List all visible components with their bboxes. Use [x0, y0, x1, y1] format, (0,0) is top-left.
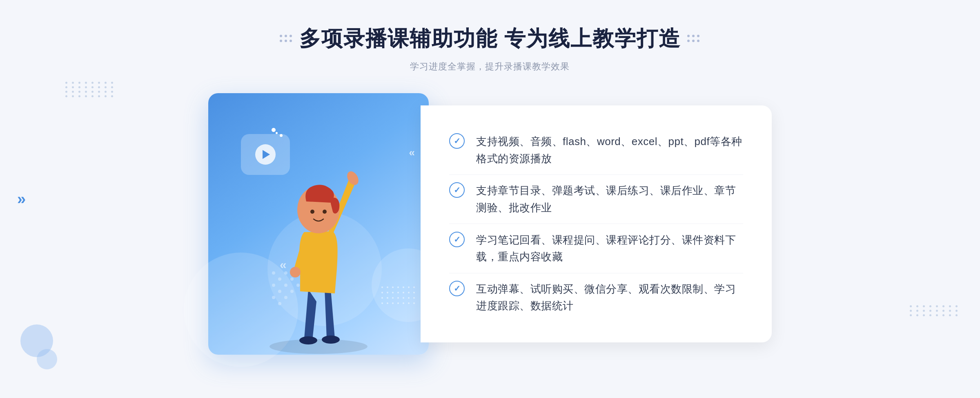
illu-dot — [403, 302, 404, 304]
illu-dot — [403, 286, 404, 288]
info-card: ✓ 支持视频、音频、flash、word、excel、ppt、pdf等各种格式的… — [421, 105, 772, 342]
illu-dot — [408, 292, 410, 293]
dot — [78, 86, 80, 88]
dot — [956, 310, 958, 312]
dot — [85, 91, 87, 93]
dot — [111, 95, 113, 97]
illu-dot — [403, 297, 404, 299]
check-icon-1: ✓ — [449, 133, 465, 149]
dot — [78, 95, 80, 97]
dot — [85, 82, 87, 84]
decorative-dot — [687, 35, 690, 37]
illu-dot — [413, 302, 415, 304]
decorative-dot — [697, 40, 699, 42]
dot — [105, 82, 107, 84]
check-mark-2: ✓ — [454, 186, 461, 194]
svg-point-19 — [290, 267, 301, 277]
dot — [956, 305, 958, 307]
decorative-dot — [285, 40, 287, 42]
decorative-dots-right — [687, 35, 700, 43]
dot — [910, 314, 912, 316]
dot — [111, 82, 113, 84]
deco-circle-blue-2 — [37, 349, 57, 369]
dot — [98, 91, 100, 93]
feature-text-1: 支持视频、音频、flash、word、excel、ppt、pdf等各种格式的资源… — [476, 133, 743, 167]
decorative-dot — [290, 40, 292, 42]
feature-text-2: 支持章节目录、弹题考试、课后练习、课后作业、章节测验、批改作业 — [476, 182, 743, 216]
dot — [923, 310, 925, 312]
dot — [956, 314, 958, 316]
dot-grid-decoration-left — [65, 82, 115, 97]
feature-item-2: ✓ 支持章节目录、弹题考试、课后练习、课后作业、章节测验、批改作业 — [449, 175, 743, 224]
dot — [942, 314, 944, 316]
decorative-dot — [687, 40, 690, 42]
check-icon-4: ✓ — [449, 281, 465, 296]
decorative-dot — [692, 40, 695, 42]
dot — [936, 310, 938, 312]
illu-dot — [408, 302, 410, 304]
dot — [949, 314, 951, 316]
dot — [929, 305, 931, 307]
sub-title: 学习进度全掌握，提升录播课教学效果 — [280, 60, 700, 73]
header-section: 多项录播课辅助功能 专为线上教学打造 学习进度全掌握，提升录播课教学效果 — [280, 25, 700, 73]
svg-point-16 — [299, 336, 317, 344]
dot — [72, 86, 74, 88]
decorative-dot — [692, 35, 695, 37]
main-title: 多项录播课辅助功能 专为线上教学打造 — [299, 25, 681, 53]
check-icon-2: ✓ — [449, 182, 465, 198]
check-icon-3: ✓ — [449, 232, 465, 247]
illu-dot — [413, 297, 415, 299]
dot — [916, 305, 918, 307]
dot — [85, 86, 87, 88]
dot — [111, 86, 113, 88]
feature-item-3: ✓ 学习笔记回看、课程提问、课程评论打分、课件资料下载，重点内容收藏 — [449, 224, 743, 273]
dot — [936, 314, 938, 316]
dot — [98, 95, 100, 97]
illu-dot — [408, 286, 410, 288]
dot — [91, 82, 94, 84]
dot — [942, 310, 944, 312]
feature-item-1: ✓ 支持视频、音频、flash、word、excel、ppt、pdf等各种格式的… — [449, 126, 743, 175]
illu-dot — [397, 302, 399, 304]
illu-dot — [413, 292, 415, 293]
dot — [910, 305, 912, 307]
feature-item-4: ✓ 互动弹幕、试听购买、微信分享、观看次数限制、学习进度跟踪、数据统计 — [449, 273, 743, 322]
check-mark-4: ✓ — [454, 284, 461, 293]
dot — [85, 95, 87, 97]
illu-dot — [397, 297, 399, 299]
illu-dot — [397, 292, 399, 293]
dot — [72, 95, 74, 97]
dot — [929, 314, 931, 316]
dot — [936, 305, 938, 307]
dot — [78, 82, 80, 84]
dot — [72, 82, 74, 84]
check-mark-1: ✓ — [454, 137, 461, 145]
dot — [910, 310, 912, 312]
dot — [65, 86, 67, 88]
dot — [942, 305, 944, 307]
figure-svg: « — [241, 130, 396, 355]
illu-dot — [397, 286, 399, 288]
dot — [105, 91, 107, 93]
svg-point-22 — [323, 210, 327, 214]
content-area: « — [208, 93, 772, 355]
dot — [65, 82, 67, 84]
dot — [65, 95, 67, 97]
svg-point-21 — [310, 210, 314, 214]
decorative-dots-left — [280, 35, 293, 43]
svg-point-0 — [270, 339, 368, 354]
illu-dot — [413, 286, 415, 288]
lines-decoration: « — [409, 146, 412, 159]
decorative-dot — [280, 35, 282, 37]
figure-illustration: « — [241, 130, 396, 355]
dot-grid-decoration-right — [910, 305, 960, 316]
decorative-dot — [290, 35, 292, 37]
decorative-dot — [280, 40, 282, 42]
dot — [923, 314, 925, 316]
dot — [91, 95, 94, 97]
dot — [78, 91, 80, 93]
dot — [65, 91, 67, 93]
left-arrow-icon[interactable]: » — [17, 190, 26, 208]
dot — [91, 91, 94, 93]
dot — [916, 314, 918, 316]
